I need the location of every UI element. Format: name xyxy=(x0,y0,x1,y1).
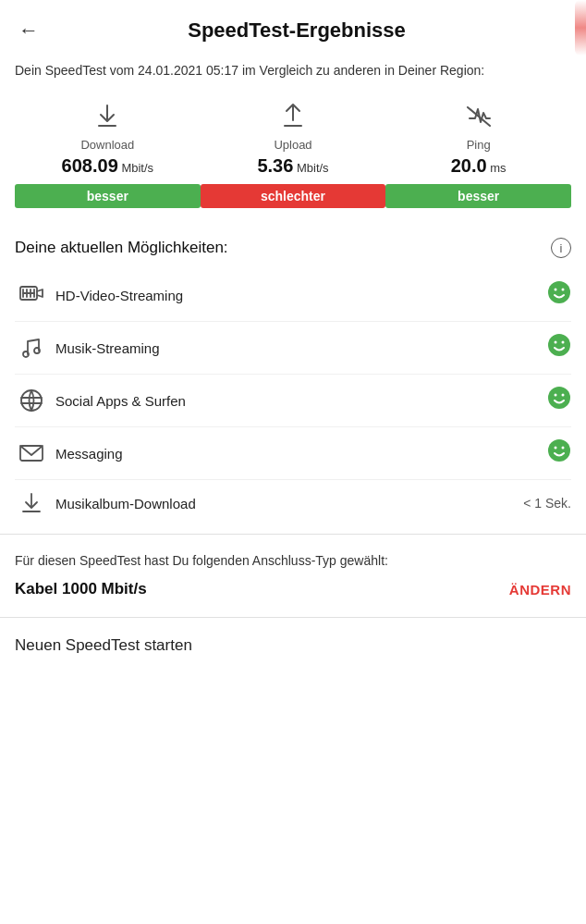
svg-point-27 xyxy=(555,447,557,450)
svg-point-14 xyxy=(23,351,29,357)
social-icon xyxy=(15,388,48,413)
musikalbum-label: Musikalbum-Download xyxy=(48,496,523,511)
musik-label: Musik-Streaming xyxy=(48,340,547,356)
subtitle-text: Dein SpeedTest vom 24.01.2021 05:17 im V… xyxy=(0,54,586,99)
download-small-icon xyxy=(15,491,48,515)
header: ← SpeedTest-Ergebnisse xyxy=(0,0,586,54)
download-value: 608.09 Mbit/s xyxy=(62,155,153,177)
messaging-label: Messaging xyxy=(48,446,547,462)
metric-download: Download 608.09 Mbit/s besser xyxy=(15,99,201,208)
new-test-label: Neuen SpeedTest starten xyxy=(15,636,192,655)
svg-point-17 xyxy=(555,341,557,344)
capabilities-list: HD-Video-Streaming Musik-Streaming xyxy=(0,269,586,526)
social-status xyxy=(547,386,571,415)
svg-point-16 xyxy=(548,334,570,356)
hd-video-status xyxy=(547,280,571,310)
svg-point-24 xyxy=(562,394,565,397)
messaging-status xyxy=(547,438,571,468)
capability-hd-video: HD-Video-Streaming xyxy=(15,269,571,322)
ping-icon xyxy=(466,99,492,134)
download-label: Download xyxy=(80,138,134,152)
svg-point-18 xyxy=(562,341,565,344)
capabilities-header: Deine aktuellen Möglichkeiten: i xyxy=(0,219,586,269)
capability-social: Social Apps & Surfen xyxy=(15,375,571,427)
ping-badge: besser xyxy=(385,184,571,208)
svg-point-11 xyxy=(548,281,570,303)
upload-value: 5.36 Mbit/s xyxy=(257,155,328,177)
metric-upload: Upload 5.36 Mbit/s schlechter xyxy=(201,99,386,208)
download-badge: besser xyxy=(15,184,201,208)
metric-ping: Ping 20.0 ms besser xyxy=(385,99,571,208)
ping-value: 20.0 ms xyxy=(451,155,507,177)
upload-badge: schlechter xyxy=(201,184,386,208)
upload-icon xyxy=(280,99,306,134)
header-decoration xyxy=(575,0,586,55)
anschluss-row: Kabel 1000 Mbit/s ÄNDERN xyxy=(15,580,571,598)
ping-label: Ping xyxy=(467,138,491,152)
new-test-button[interactable]: Neuen SpeedTest starten xyxy=(0,617,586,673)
anschluss-section: Für diesen SpeedTest hast Du folgenden A… xyxy=(0,534,586,608)
anschluss-change-button[interactable]: ÄNDERN xyxy=(509,582,571,598)
anschluss-value: Kabel 1000 Mbit/s xyxy=(15,580,147,598)
page-title: SpeedTest-Ergebnisse xyxy=(54,18,540,43)
anschluss-description: Für diesen SpeedTest hast Du folgenden A… xyxy=(15,551,571,571)
video-icon xyxy=(15,285,48,305)
mail-icon xyxy=(15,443,48,463)
svg-point-23 xyxy=(555,394,557,397)
musikalbum-status: < 1 Sek. xyxy=(523,496,571,511)
musik-status xyxy=(547,333,571,363)
capability-musikalbum: Musikalbum-Download < 1 Sek. xyxy=(15,480,571,526)
svg-point-12 xyxy=(555,289,557,291)
capability-messaging: Messaging xyxy=(15,427,571,480)
svg-point-13 xyxy=(562,289,565,291)
download-icon xyxy=(94,99,120,134)
svg-point-19 xyxy=(21,390,42,411)
social-label: Social Apps & Surfen xyxy=(48,393,547,409)
capability-musik: Musik-Streaming xyxy=(15,322,571,375)
svg-point-28 xyxy=(562,447,565,450)
upload-label: Upload xyxy=(274,138,311,152)
capabilities-title: Deine aktuellen Möglichkeiten: xyxy=(15,239,551,257)
back-button[interactable]: ← xyxy=(15,15,43,46)
hd-video-label: HD-Video-Streaming xyxy=(48,288,547,303)
svg-point-26 xyxy=(548,439,570,462)
info-icon[interactable]: i xyxy=(551,238,571,258)
music-icon xyxy=(15,336,48,360)
metrics-row: Download 608.09 Mbit/s besser Upload 5.3… xyxy=(0,99,586,208)
svg-point-22 xyxy=(548,387,570,409)
